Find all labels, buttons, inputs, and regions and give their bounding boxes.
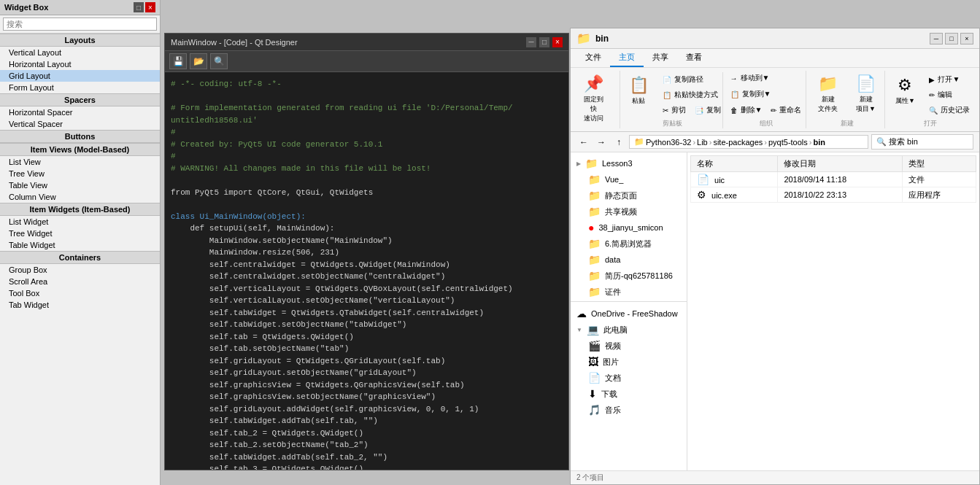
item-table-view[interactable]: Table View: [0, 179, 160, 191]
fe-sidebar-browser[interactable]: 📁 6.简易浏览器: [571, 236, 687, 252]
item-group-box[interactable]: Group Box: [0, 264, 160, 276]
section-buttons[interactable]: Buttons: [0, 130, 160, 143]
fe-new-item-btn[interactable]: 📄 新建项目▼: [849, 71, 884, 117]
fe-breadcrumb[interactable]: 📁 Python36-32 › Lib › site-packages › py…: [629, 135, 868, 149]
item-vertical-layout[interactable]: Vertical Layout: [0, 47, 160, 58]
fe-up-btn[interactable]: ↑: [611, 135, 626, 150]
item-vertical-spacer[interactable]: Vertical Spacer: [0, 118, 160, 130]
fe-sidebar-data[interactable]: 📁 data: [571, 252, 687, 268]
fe-sidebar-thispc[interactable]: ▼ 💻 此电脑: [571, 322, 687, 338]
fe-sidebar-vue[interactable]: 📁 Vue_: [571, 171, 687, 187]
fe-history-btn[interactable]: 🔍 历史记录: [925, 103, 973, 117]
code-search-btn[interactable]: 🔍: [210, 53, 228, 69]
expand-icon-2: ▼: [576, 327, 582, 333]
item-tool-box[interactable]: Tool Box: [0, 287, 160, 299]
fe-paste-btn[interactable]: 📋 粘贴: [621, 72, 656, 117]
fe-sidebar-shared-video[interactable]: 📁 共享视频: [571, 203, 687, 220]
item-horizontal-spacer[interactable]: Horizontal Spacer: [0, 106, 160, 118]
fe-sidebar-resume[interactable]: 📁 简历-qq625781186: [571, 268, 687, 284]
code-open-btn[interactable]: 📂: [190, 53, 207, 69]
fe-copy-path-btn[interactable]: 📄 复制路径: [659, 72, 725, 87]
item-horizontal-layout[interactable]: Horizontal Layout: [0, 58, 160, 70]
fe-paste-shortcut-btn[interactable]: 📋 粘贴快捷方式: [659, 88, 725, 102]
fe-sidebar-onedrive[interactable]: ☁ OneDrive - FreeShadow: [571, 306, 687, 322]
code-window-minimize[interactable]: ─: [526, 37, 536, 47]
fe-sidebar-documents[interactable]: 📄 文档: [571, 370, 687, 386]
breadcrumb-sep4: ›: [809, 138, 812, 147]
new-item-label: 新建项目▼: [856, 95, 876, 114]
section-spacers[interactable]: Spacers: [0, 93, 160, 106]
col-name[interactable]: 名称: [691, 156, 778, 172]
fe-delete-btn[interactable]: 🗑 删除▼: [727, 103, 766, 117]
cut-label: 剪切: [671, 105, 686, 115]
item-list-widget[interactable]: List Widget: [0, 216, 160, 228]
fe-sidebar-38jianyu[interactable]: ● 38_jianyu_smicon: [571, 220, 687, 236]
fe-edit-btn[interactable]: ✏ 编辑: [925, 88, 973, 102]
fe-title-text: bin: [595, 34, 609, 44]
fe-minimize-btn[interactable]: ─: [930, 33, 943, 44]
fe-search-box[interactable]: 🔍 搜索 bin: [871, 134, 973, 150]
fe-back-btn[interactable]: ←: [576, 135, 591, 150]
item-list-view[interactable]: List View: [0, 156, 160, 168]
folder-icon-4: 📁: [588, 206, 601, 217]
fe-sidebar-music[interactable]: 🎵 音乐: [571, 402, 687, 418]
item-scroll-area[interactable]: Scroll Area: [0, 276, 160, 287]
item-form-layout[interactable]: Form Layout: [0, 82, 160, 93]
code-window: MainWindow - [Code] - Qt Designer ─ □ × …: [164, 33, 569, 470]
widget-box-restore-btn[interactable]: □: [134, 2, 144, 12]
widget-box-search-input[interactable]: [3, 18, 157, 31]
file-row-uicexe[interactable]: ⚙ uic.exe 2018/10/22 23:13 应用程序: [691, 187, 976, 203]
fe-ribbon-group-organize: → 移动到▼ 📋 复制到▼ 🗑 删除▼: [735, 71, 806, 128]
fe-tab-file[interactable]: 文件: [576, 49, 610, 67]
fe-new-folder-btn[interactable]: 📁 新建文件夹: [811, 71, 846, 117]
move-label: 移动到▼: [741, 73, 770, 83]
fe-sidebar-static[interactable]: 📁 静态页面: [571, 187, 687, 203]
fe-forward-btn[interactable]: →: [594, 135, 609, 150]
item-table-widget[interactable]: Table Widget: [0, 239, 160, 251]
expand-icon: ▶: [576, 160, 581, 167]
sidebar-certificate-label: 证件: [605, 287, 621, 298]
fe-move-btn[interactable]: → 移动到▼: [727, 71, 806, 85]
fe-tab-home[interactable]: 主页: [610, 49, 644, 67]
item-tree-widget[interactable]: Tree Widget: [0, 228, 160, 239]
fe-rename-btn[interactable]: ✏ 重命名: [767, 103, 805, 117]
code-save-btn[interactable]: 💾: [169, 53, 187, 69]
widget-box-close-btn[interactable]: ×: [145, 2, 155, 12]
fe-properties-btn[interactable]: ⚙ 属性▼: [887, 72, 922, 117]
code-window-maximize[interactable]: □: [539, 37, 549, 47]
fe-copy-to-btn[interactable]: 📋 复制到▼: [727, 87, 806, 101]
open-icon: ▶: [929, 76, 935, 84]
fe-tab-share[interactable]: 共享: [644, 49, 677, 67]
sidebar-resume-label: 简历-qq625781186: [605, 271, 673, 282]
fe-sidebar-lesson3[interactable]: ▶ 📁 Lesson3: [571, 155, 687, 171]
fe-tab-view[interactable]: 查看: [677, 49, 711, 67]
code-content-area[interactable]: # -*- coding: utf-8 -*- # Form implement…: [165, 72, 568, 470]
code-line-22: self.tab = QtWidgets.QWidget(): [171, 331, 563, 344]
section-item-widgets[interactable]: Item Widgets (Item-Based): [0, 203, 160, 216]
item-grid-layout[interactable]: Grid Layout: [0, 70, 160, 82]
fe-sidebar-downloads[interactable]: ⬇ 下载: [571, 386, 687, 402]
fe-sidebar-video[interactable]: 🎬 视频: [571, 338, 687, 354]
item-tree-view[interactable]: Tree View: [0, 168, 160, 179]
file-row-uic[interactable]: 📄 uic 2018/09/14 11:18 文件: [691, 172, 976, 187]
breadcrumb-path: Python36-32: [646, 138, 691, 147]
col-date[interactable]: 修改日期: [778, 156, 902, 172]
section-item-views[interactable]: Item Views (Model-Based): [0, 143, 160, 156]
fe-pin-btn[interactable]: 📌 固定到快速访问: [576, 71, 611, 127]
fe-open-btn[interactable]: ▶ 打开▼: [925, 72, 973, 87]
section-containers[interactable]: Containers: [0, 251, 160, 264]
fe-sidebar-pictures[interactable]: 🖼 图片: [571, 354, 687, 370]
fe-sidebar-certificate[interactable]: 📁 证件: [571, 284, 687, 300]
fe-maximize-btn[interactable]: □: [945, 33, 958, 44]
code-window-close[interactable]: ×: [552, 37, 563, 47]
item-tab-widget[interactable]: Tab Widget: [0, 299, 160, 311]
sidebar-data-label: data: [605, 255, 620, 264]
item-column-view[interactable]: Column View: [0, 191, 160, 203]
fe-close-btn[interactable]: ×: [960, 33, 973, 44]
col-type[interactable]: 类型: [902, 156, 976, 172]
fe-ribbon-group-pin: 📌 固定到快速访问: [576, 71, 620, 128]
section-layouts[interactable]: Layouts: [0, 34, 160, 47]
code-line-19: self.verticalLayout.setObjectName("verti…: [171, 295, 563, 307]
fe-copy-btn[interactable]: 📑 复制: [691, 103, 725, 117]
fe-cut-btn[interactable]: ✂ 剪切: [659, 103, 690, 117]
